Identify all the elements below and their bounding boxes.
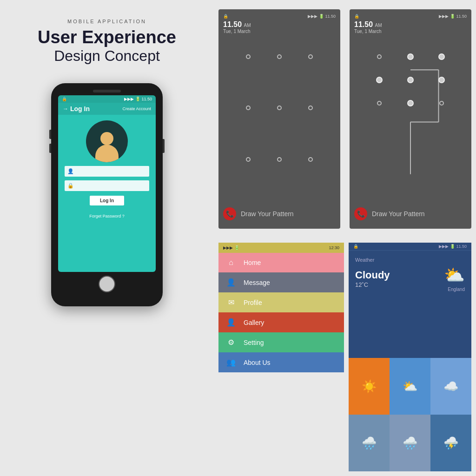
username-input-row[interactable]: 👤 [65,166,149,177]
message-icon: 👤 [226,278,236,287]
dot-circle [246,54,251,59]
menu-item-message[interactable]: 👤 Message [218,272,344,292]
pattern-bottom-1: 📞 Draw Your Pattern [223,204,336,224]
login-button[interactable]: Log In [90,196,124,205]
login-title: Log In [70,105,90,112]
sun-icon: ☀️ [362,379,377,394]
pattern-label-2: Draw Your Pattern [372,210,425,218]
dot-circle-active [407,77,414,83]
phone-power-button [163,139,165,153]
dot-circle [377,101,382,106]
username-input[interactable] [77,171,146,172]
home-label: Home [244,259,261,266]
weather-lock-icon: 🔒 [353,244,358,249]
menu-item-about[interactable]: 👥 About Us [218,352,344,372]
pattern-bottom-2: 📞 Draw Your Pattern [354,204,467,224]
menu-item-profile[interactable]: ✉ Profile [218,292,344,312]
dot-1-3 [295,45,326,68]
menu-time: 12:30 [329,245,339,250]
weather-location: England [444,287,465,292]
phone-vol-down [49,144,51,153]
pattern-date-1: Tue, 1 March [223,29,336,34]
pattern-screen-2: 🔒 ▶▶▶ 🔋 11.50 11.50 AM Tue, 1 March [350,9,471,229]
dot-circle [277,106,282,110]
call-icon-2: 📞 [354,207,367,220]
login-arrow-icon: → [63,106,68,112]
phone-avatar-area [58,115,156,166]
weather-info: Cloudy 12˚C [355,269,390,288]
forgot-password-link[interactable]: Forget Password ? [65,214,149,218]
pattern-am-1: AM [244,23,251,28]
weather-icon-area: ⛅ England [444,265,465,292]
weather-status-bar: 🔒 ▶▶▶ 🔋 11.50 [349,243,471,251]
dot-circle [377,54,382,59]
weather-grid: ☀️ ⛅ ☁️ 🌧️ 🌧️ ⛈️ [349,358,471,471]
menu-status-bar: ▶▶▶ 🔋 12:30 [218,243,344,253]
phone-nav-bar: → Log In Create Account [58,103,156,115]
password-input[interactable] [77,185,146,186]
weather-temperature: 12˚C [355,281,390,288]
avatar-circle [86,120,128,162]
pdot-1-2 [395,45,426,68]
menu-icons: ▶▶▶ 🔋 [223,245,239,250]
menu-section: ▶▶▶ 🔋 12:30 ⌂ Home 👤 Message ✉ Profile 👤… [218,243,344,471]
about-icon: 👥 [226,358,236,367]
password-input-row[interactable]: 🔒 [65,180,149,191]
title-design: Design Concept [54,47,160,65]
dot-1-1 [232,45,264,68]
avatar-head [100,132,113,145]
title-ux: User Experience [38,28,176,47]
create-account-link[interactable]: Create Account [122,106,151,111]
pattern-grid-container-2 [354,40,467,204]
battery-icon: 🔋 [135,97,142,101]
menu-item-gallery[interactable]: 👤 Gallery [218,312,344,332]
about-label: About Us [244,359,271,366]
dot-3-2 [264,148,295,171]
pattern-grid-1 [223,40,336,204]
pattern-grid-2 [364,45,457,115]
dot-circle [277,54,282,59]
rain-icon: 🌧️ [362,436,377,450]
phone-vol-up [49,130,51,139]
lock-field-icon: 🔒 [67,183,74,189]
phone-status-bar: 🔒 ▶▶▶ 🔋 11.50 [58,95,156,103]
call-icon-1: 📞 [223,207,236,220]
app-label: MOBILE APPLICATION [67,19,146,24]
menu-item-setting[interactable]: ⚙ Setting [218,332,344,352]
menu-item-home[interactable]: ⌂ Home [218,253,344,272]
weather-cell-4: 🌧️ [349,415,390,471]
pattern-date-2: Tue, 1 March [354,29,467,34]
weather-cell-5: 🌧️ [390,415,430,471]
bottom-right-section: ▶▶▶ 🔋 12:30 ⌂ Home 👤 Message ✉ Profile 👤… [214,238,476,476]
avatar-figure [94,132,120,162]
left-section: MOBILE APPLICATION User Experience Desig… [0,0,214,476]
dot-circle [308,157,313,162]
dot-circle-active [407,100,414,106]
phone-mockup: 🔒 ▶▶▶ 🔋 11.50 → Log In Create Account [51,83,163,306]
weather-cell-2: ⛅ [390,358,430,415]
phone-form: 👤 🔒 Log In Forget Password ? [58,166,156,218]
pdot-2-3 [426,68,457,92]
pattern-status-bar-2: 🔒 ▶▶▶ 🔋 11.50 [354,14,467,19]
gallery-label: Gallery [244,319,264,326]
status-right: ▶▶▶ 🔋 11.50 [124,97,152,101]
dot-circle-active [438,77,445,83]
top-right-section: 🔒 ▶▶▶ 🔋 11.50 11.50 AM Tue, 1 March 📞 Dr… [214,0,476,238]
pattern-lock-icon-1: 🔒 [223,14,228,19]
dot-2-1 [232,96,264,119]
avatar-body [95,145,119,162]
pattern-label-1: Draw Your Pattern [241,210,294,218]
weather-label: Weather [355,257,465,263]
weather-cell-3: ☁️ [430,358,471,415]
pattern-signal-1: ▶▶▶ 🔋 11.50 [308,14,336,19]
heavy-rain-icon: 🌧️ [403,436,417,450]
phone-home-button[interactable] [99,276,115,292]
dot-circle [308,106,313,110]
cloud-sun-icon: ⛅ [403,379,417,394]
dot-2-2 [264,96,295,119]
weather-condition: Cloudy [355,269,390,281]
gallery-icon: 👤 [226,318,236,327]
dot-circle [439,101,444,106]
user-icon: 👤 [67,168,74,174]
cloud-icon: ☁️ [443,379,458,394]
